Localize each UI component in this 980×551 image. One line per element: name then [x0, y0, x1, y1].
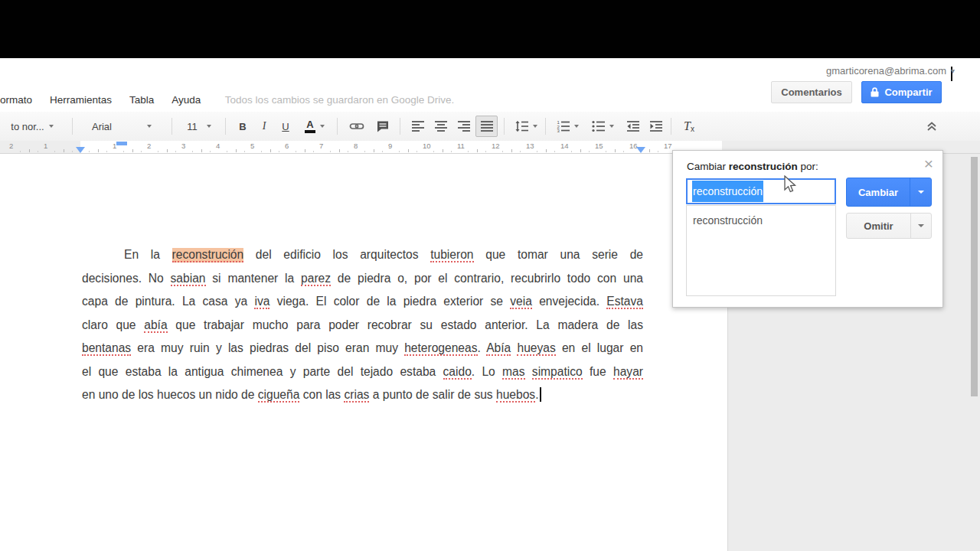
misspelled-word[interactable]: abía: [144, 318, 167, 333]
left-indent-marker[interactable]: [76, 147, 85, 153]
misspelled-word[interactable]: huebos: [496, 388, 535, 403]
misspelled-word[interactable]: mas: [502, 365, 524, 380]
ruler-dot: [261, 151, 262, 152]
collapse-toolbar-button[interactable]: [920, 116, 943, 137]
document-line: en uno de los huecos un nido de cigueña …: [82, 383, 643, 407]
misspelled-word[interactable]: parez: [301, 272, 331, 286]
dialog-title-prefix: Cambiar: [687, 161, 729, 172]
doc-text: claro que: [82, 318, 144, 331]
misspelled-word[interactable]: Abía: [486, 341, 511, 356]
ruler-dot: [227, 151, 227, 152]
font-size-dropdown[interactable]: 11: [179, 116, 219, 137]
omit-dropdown[interactable]: [910, 214, 931, 238]
ruler-tick: [236, 149, 237, 152]
menu-item-ayuda[interactable]: Ayuda: [172, 90, 201, 111]
ruler-number: 2: [9, 142, 13, 150]
chevron-down-icon: [147, 125, 152, 128]
ruler-dot: [20, 151, 21, 152]
change-button[interactable]: Cambiar: [846, 178, 932, 207]
misspelled-word[interactable]: hueyas: [517, 341, 555, 356]
separator: [337, 118, 338, 135]
menu-item-tabla[interactable]: Tabla: [129, 90, 154, 111]
share-button[interactable]: Compartir: [861, 81, 942, 103]
italic-button[interactable]: I: [254, 116, 274, 137]
right-indent-marker[interactable]: [636, 147, 645, 153]
line-spacing-dropdown[interactable]: [510, 116, 542, 137]
close-icon[interactable]: ×: [924, 155, 933, 171]
ruler-number: 17: [664, 142, 672, 150]
decrease-indent-button[interactable]: [622, 116, 644, 137]
misspelled-word[interactable]: Estava: [606, 295, 643, 309]
misspelled-word[interactable]: simpatico: [532, 365, 583, 380]
misspelled-word[interactable]: cigueña: [258, 388, 300, 403]
ruler-tick: [64, 149, 64, 152]
align-center-button[interactable]: [430, 116, 452, 137]
misspelled-word[interactable]: heterogeneas: [404, 341, 477, 356]
ruler-dot: [330, 151, 331, 152]
omit-button[interactable]: Omitir: [846, 213, 932, 239]
menu-item-herramientas[interactable]: Herramientas: [50, 90, 112, 111]
document-text[interactable]: En la reconstrución del edificio los arq…: [82, 243, 643, 407]
text-cursor: [540, 387, 541, 402]
insert-link-button[interactable]: [345, 116, 369, 137]
clear-formatting-button[interactable]: Tx: [677, 116, 701, 137]
ruler-tick: [201, 149, 202, 152]
ruler-dot: [175, 151, 176, 152]
misspelled-word[interactable]: iva: [254, 295, 270, 309]
ruler-dot: [364, 151, 365, 152]
chevron-down-icon: [533, 125, 537, 128]
document-line: bentanas era muy ruin y las piedras del …: [82, 337, 643, 360]
misspelled-word[interactable]: bentanas: [82, 341, 131, 356]
ruler-tick: [580, 149, 581, 152]
lock-icon: [871, 87, 879, 97]
first-line-indent-marker[interactable]: [116, 142, 127, 145]
misspelled-word[interactable]: reconstrución: [172, 248, 244, 262]
ruler-tick: [270, 149, 271, 152]
increase-indent-button[interactable]: [645, 116, 667, 137]
ruler-dot: [348, 151, 348, 152]
align-left-button[interactable]: [407, 116, 429, 137]
doc-text: decisiones. No: [82, 272, 171, 285]
bold-glyph: B: [239, 121, 246, 132]
align-right-button[interactable]: [452, 116, 475, 137]
dialog-misspelled-word: reconstrución: [729, 161, 798, 172]
account-menu[interactable]: gmarticorena@abrima.com▾: [826, 65, 952, 81]
font-dropdown[interactable]: Arial: [78, 116, 165, 137]
styles-dropdown[interactable]: to nor...: [0, 116, 64, 137]
misspelled-word[interactable]: veia: [510, 295, 532, 309]
document-line: el que estaba la antigua chimenea y part…: [82, 360, 643, 384]
ruler-dot: [416, 151, 417, 152]
doc-text: En la: [124, 248, 172, 261]
bold-button[interactable]: B: [233, 116, 253, 137]
suggestion-item[interactable]: reconstrucción: [687, 206, 835, 235]
misspelled-word[interactable]: tubieron: [430, 248, 473, 262]
misspelled-word[interactable]: caido: [443, 365, 472, 380]
insert-comment-button[interactable]: [371, 116, 395, 137]
ruler-number: 9: [388, 142, 392, 150]
numbered-list-dropdown[interactable]: 123: [550, 116, 584, 137]
ruler-number: 6: [285, 142, 289, 150]
font-size-label: 11: [187, 121, 198, 132]
italic-glyph: I: [263, 120, 266, 132]
menu-item-ormato[interactable]: ormato: [0, 90, 32, 111]
text-color-button[interactable]: A: [299, 116, 331, 137]
account-email: gmarticorena@abrima.com: [826, 65, 946, 77]
comments-button[interactable]: Comentarios: [771, 81, 852, 103]
doc-text: viega. El color de la piedra exterior se: [270, 295, 510, 308]
chevron-down-icon: [918, 191, 924, 194]
ruler-tick: [305, 149, 305, 152]
misspelled-word[interactable]: hayar: [613, 365, 643, 380]
misspelled-word[interactable]: crias: [344, 388, 369, 403]
ruler-dot: [141, 151, 142, 152]
replacement-input[interactable]: reconstrucción: [686, 178, 836, 204]
align-justify-icon: [481, 120, 493, 132]
misspelled-word[interactable]: sabian: [171, 272, 206, 286]
bullet-list-dropdown[interactable]: [586, 116, 619, 137]
ruler-dot: [123, 151, 124, 152]
underline-button[interactable]: U: [276, 116, 296, 137]
align-justify-button[interactable]: [475, 116, 498, 137]
doc-text: de piedra o, por el contrario, recubrirl…: [331, 272, 643, 285]
vertical-scrollbar[interactable]: [971, 157, 978, 396]
change-dropdown[interactable]: [910, 178, 931, 206]
separator: [225, 118, 226, 135]
